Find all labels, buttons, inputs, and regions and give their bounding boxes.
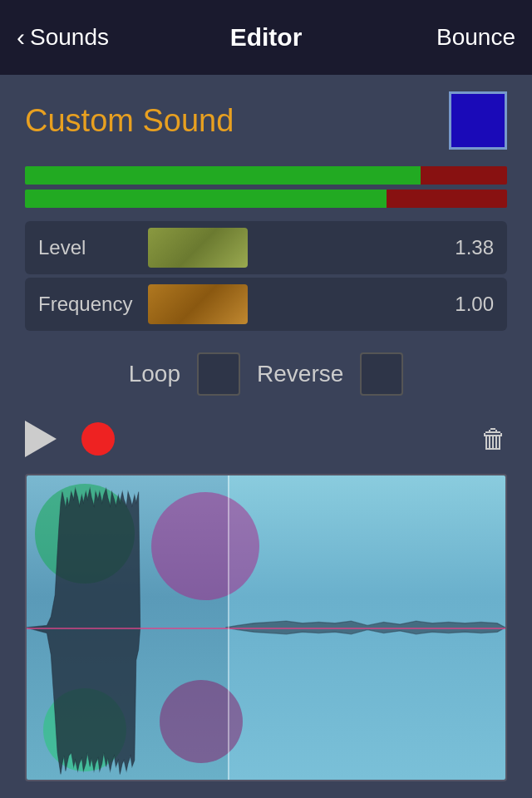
meter-bar-1 — [25, 166, 507, 185]
editor-panel: Custom Sound Level 1.38 Frequency 1.00 L… — [0, 75, 532, 798]
frequency-row: Frequency 1.00 — [25, 278, 507, 331]
frequency-label: Frequency — [38, 293, 138, 316]
level-row: Level 1.38 — [25, 221, 507, 274]
meter-red-2 — [387, 190, 507, 208]
level-value: 1.38 — [455, 236, 494, 259]
meter-green-2 — [25, 190, 387, 208]
header-row: Custom Sound — [25, 91, 507, 150]
loop-label: Loop — [129, 361, 180, 387]
meter-green-1 — [25, 166, 421, 185]
waveform-playhead — [228, 475, 229, 780]
playback-row: 🗑 — [25, 417, 507, 461]
waveform-centerline — [27, 628, 505, 629]
back-label: Sounds — [30, 24, 109, 51]
meter-red-1 — [421, 166, 507, 185]
back-chevron-icon: ‹ — [17, 23, 25, 52]
reverse-label: Reverse — [257, 361, 343, 387]
back-button[interactable]: ‹ Sounds — [17, 23, 109, 52]
page-title: Editor — [230, 23, 303, 52]
color-swatch[interactable] — [449, 91, 507, 150]
frequency-thumb[interactable] — [148, 284, 248, 324]
loop-reverse-row: Loop Reverse — [25, 344, 507, 404]
bounce-button[interactable]: Bounce — [436, 24, 515, 51]
frequency-value: 1.00 — [455, 293, 494, 316]
sound-title: Custom Sound — [25, 103, 234, 139]
trash-button[interactable]: 🗑 — [480, 424, 507, 455]
navigation-bar: ‹ Sounds Editor Bounce — [0, 0, 532, 75]
reverse-checkbox[interactable] — [360, 352, 403, 396]
record-button[interactable] — [81, 422, 115, 456]
level-meters — [25, 166, 507, 208]
play-button[interactable] — [25, 421, 57, 457]
level-thumb[interactable] — [148, 228, 248, 268]
meter-bar-2 — [25, 190, 507, 208]
controls-container: Level 1.38 Frequency 1.00 — [25, 221, 507, 331]
loop-checkbox[interactable] — [197, 352, 240, 396]
level-label: Level — [38, 236, 138, 259]
waveform-display[interactable] — [25, 474, 507, 781]
